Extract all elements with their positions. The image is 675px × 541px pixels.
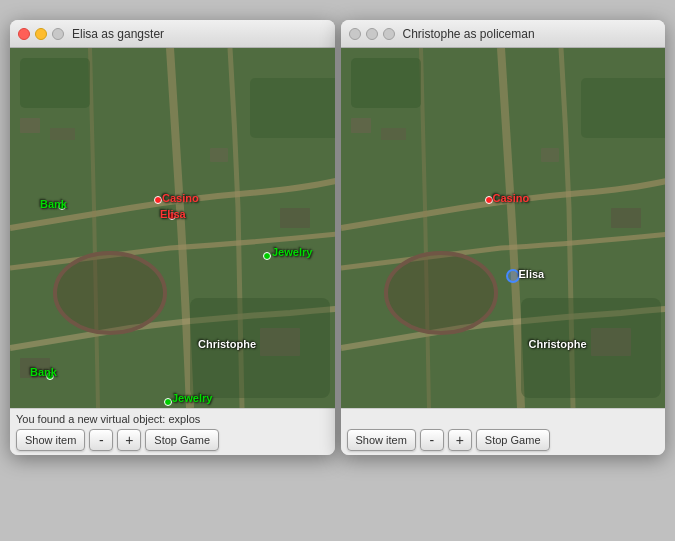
- dot-casino-right: [485, 196, 493, 204]
- svg-rect-11: [10, 48, 335, 408]
- bottom-buttons-left: Show item - + Stop Game: [16, 429, 329, 451]
- dot-jewelry-bottom-left: [164, 398, 172, 406]
- svg-rect-22: [341, 48, 666, 408]
- dot-casino-left: [154, 196, 162, 204]
- bottom-buttons-right: Show item - + Stop Game: [347, 429, 660, 451]
- traffic-lights-right: [349, 28, 395, 40]
- dot-elisa-right: [506, 269, 520, 283]
- minus-button-right[interactable]: -: [420, 429, 444, 451]
- window-title-left: Elisa as gangster: [72, 27, 164, 41]
- status-text-right: [347, 413, 660, 425]
- stop-game-button-left[interactable]: Stop Game: [145, 429, 219, 451]
- bottom-bar-right: Show item - + Stop Game: [341, 408, 666, 455]
- dot-jewelry-top-left: [263, 252, 271, 260]
- titlebar-left: Elisa as gangster: [10, 20, 335, 48]
- maximize-button-right[interactable]: [383, 28, 395, 40]
- map-area-left[interactable]: Bank Casino Elisa Jewelry Christophe Ban…: [10, 48, 335, 408]
- close-button-right[interactable]: [349, 28, 361, 40]
- plus-button-left[interactable]: +: [117, 429, 141, 451]
- close-button-left[interactable]: [18, 28, 30, 40]
- dot-bank-left: [58, 202, 66, 210]
- minus-button-left[interactable]: -: [89, 429, 113, 451]
- minimize-button-left[interactable]: [35, 28, 47, 40]
- dot-elisa-left: [168, 212, 176, 220]
- show-item-button-left[interactable]: Show item: [16, 429, 85, 451]
- traffic-lights-left: [18, 28, 64, 40]
- desktop: Elisa as gangster: [0, 0, 675, 541]
- bottom-bar-left: You found a new virtual object: explos S…: [10, 408, 335, 455]
- map-svg-right: [341, 48, 666, 408]
- stop-game-button-right[interactable]: Stop Game: [476, 429, 550, 451]
- maximize-button-left[interactable]: [52, 28, 64, 40]
- dot-bank-bottom-left: [46, 372, 54, 380]
- show-item-button-right[interactable]: Show item: [347, 429, 416, 451]
- minimize-button-right[interactable]: [366, 28, 378, 40]
- plus-button-right[interactable]: +: [448, 429, 472, 451]
- window-left: Elisa as gangster: [10, 20, 335, 455]
- map-area-right[interactable]: Casino Elisa Christophe: [341, 48, 666, 408]
- window-right: Christophe as policeman: [341, 20, 666, 455]
- status-text-left: You found a new virtual object: explos: [16, 413, 329, 425]
- map-svg-left: [10, 48, 335, 408]
- window-title-right: Christophe as policeman: [403, 27, 535, 41]
- titlebar-right: Christophe as policeman: [341, 20, 666, 48]
